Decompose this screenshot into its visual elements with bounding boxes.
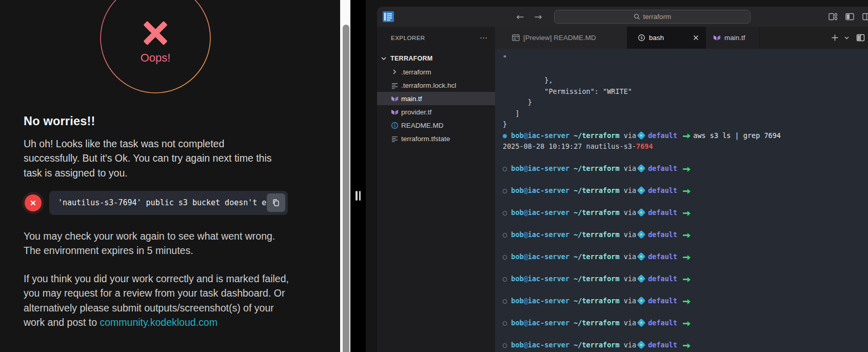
terminal-dropdown-chevron-icon[interactable] <box>844 35 850 41</box>
toggle-sidebar-icon[interactable] <box>845 12 854 21</box>
terminal-line: ○ bob@iac-server ~/terraform viadefault <box>503 273 868 285</box>
forward-button[interactable]: → <box>531 10 545 23</box>
note-line: you may request for a review from your t… <box>24 286 289 300</box>
prompt-arrow-icon <box>683 323 688 324</box>
terraform-workspace-icon <box>637 131 646 140</box>
terminal-line: ○ bob@iac-server ~/terraform viadefault <box>503 185 868 197</box>
scrollbar-thumb[interactable] <box>343 25 349 352</box>
file-row-readme-md[interactable]: README.MD <box>377 119 495 132</box>
explorer-title: EXPLORER <box>391 35 425 41</box>
error-row: ✕ 'nautilus-s3-7694' public s3 bucket do… <box>0 191 340 215</box>
terminal-line: ● bob@iac-server ~/terraform viadefault … <box>503 130 868 142</box>
file-row-terraform-tfstate[interactable]: terraform.tfstate <box>377 132 495 145</box>
prompt-status-icon: ○ <box>503 319 511 327</box>
customize-layout-icon[interactable] <box>828 12 837 21</box>
folder-row-terraform[interactable]: TERRAFORM <box>377 52 495 65</box>
community-link[interactable]: community.kodekloud.com <box>100 317 218 328</box>
terminal-line <box>503 307 868 318</box>
terraform-workspace-icon <box>637 341 646 349</box>
left-scrollbar-track[interactable] <box>340 0 350 352</box>
grep-match: 7694 <box>636 142 653 150</box>
terminal-line: 2025-08-28 10:19:27 nautilus-s3-7694 <box>503 141 868 152</box>
bash-icon: $ <box>638 34 645 42</box>
tab-bash[interactable]: $ bash <box>627 27 706 49</box>
note-line: The environment expires in 5 minutes. <box>24 243 275 258</box>
explorer-sidebar: EXPLORER ⋯ TERRAFORM.terraform.terraform… <box>377 27 495 352</box>
terminal-line <box>503 219 868 230</box>
terraform-workspace-icon <box>637 275 646 283</box>
note-line: alternatively please submit outputs/scre… <box>24 301 289 315</box>
tab-bar: [Preview] README.MD $ bash <box>495 27 868 49</box>
close-tab-icon[interactable] <box>693 34 699 41</box>
terminal-line: ○ bob@iac-server ~/terraform viadefault <box>503 229 868 241</box>
new-terminal-icon[interactable] <box>831 33 839 42</box>
info-icon <box>390 121 399 129</box>
note-line: You may check your work again to see wha… <box>24 229 275 243</box>
search-label: terraform <box>643 13 672 21</box>
chevron-down-icon <box>380 54 388 63</box>
note-review: If you think you did your work correctly… <box>24 271 289 329</box>
terraform-icon <box>713 34 721 42</box>
file-label: terraform.tfstate <box>401 135 450 143</box>
terraform-workspace-icon <box>637 208 646 217</box>
file-label: provider.tf <box>401 108 431 116</box>
tab-actions <box>831 27 865 49</box>
vscode-window: ← → terraform EXPLORER ⋯ TERRAFORM.terra… <box>377 7 868 352</box>
back-button[interactable]: ← <box>514 10 527 23</box>
prompt-status-icon: ○ <box>503 297 511 305</box>
terminal-pane[interactable]: " }, "Permission": "WRITE" } ]}● bob@iac… <box>495 49 868 352</box>
tab-preview-readme[interactable]: [Preview] README.MD <box>495 27 627 49</box>
note-line: If you think you did your work correctly… <box>24 271 289 286</box>
tab-maintf[interactable]: main.tf <box>706 27 760 49</box>
toggle-panel-icon[interactable] <box>862 12 868 21</box>
file-row--terraform[interactable]: .terraform <box>377 65 495 79</box>
copy-button[interactable] <box>267 193 285 212</box>
prompt-status-icon: ○ <box>503 230 511 239</box>
lines-icon <box>390 81 399 89</box>
prompt-status-icon: ○ <box>503 164 511 172</box>
split-editor-icon[interactable] <box>856 33 865 42</box>
terminal-line: }, <box>503 75 868 86</box>
prompt-status-icon: ○ <box>503 275 511 283</box>
file-label: main.tf <box>401 95 422 103</box>
error-message-box: 'nautilus-s3-7694' public s3 bucket does… <box>49 191 288 215</box>
terminal-line: ○ bob@iac-server ~/terraform viadefault <box>503 340 868 351</box>
failure-message-line: task is assigned to you. <box>24 166 272 180</box>
prompt-arrow-icon <box>683 212 688 214</box>
prompt-arrow-icon <box>683 234 688 236</box>
app-menu-icon[interactable] <box>383 11 394 22</box>
terminal-line <box>503 285 868 296</box>
lines-icon <box>390 134 399 143</box>
terminal-line: ○ bob@iac-server ~/terraform viadefault <box>503 296 868 307</box>
terminal-line <box>503 174 868 186</box>
terraform-icon <box>390 108 399 116</box>
titlebar: ← → terraform <box>377 7 868 27</box>
search-icon <box>634 13 640 20</box>
failure-message: Uh oh! Looks like the task was not compl… <box>24 136 272 180</box>
terminal-line: ○ bob@iac-server ~/terraform viadefault <box>503 318 868 329</box>
panel-resize-handle[interactable] <box>355 191 362 201</box>
file-label: .terraform.lock.hcl <box>401 82 456 89</box>
more-actions-icon[interactable]: ⋯ <box>480 33 488 43</box>
vscode-area: ← → terraform EXPLORER ⋯ TERRAFORM.terra… <box>366 0 868 352</box>
task-result-panel: Oops! No worries!! Uh oh! Looks like the… <box>0 0 340 352</box>
explorer-header: EXPLORER ⋯ <box>377 27 495 49</box>
prompt-status-icon: ● <box>503 131 511 140</box>
prompt-arrow-icon <box>683 257 688 258</box>
file-row-provider-tf[interactable]: provider.tf <box>377 105 495 119</box>
note-line: work and post to community.kodekloud.com <box>24 315 289 329</box>
terminal-line <box>503 64 868 75</box>
terminal-line: } <box>503 97 868 108</box>
terminal-line: "Permission": "WRITE" <box>503 86 868 97</box>
svg-text:$: $ <box>640 35 643 40</box>
file-row--terraform-lock-hcl[interactable]: .terraform.lock.hcl <box>377 79 495 92</box>
command-center-search[interactable]: terraform <box>554 10 751 24</box>
error-badge-icon: ✕ <box>25 194 42 211</box>
prompt-arrow-icon <box>683 301 688 302</box>
terminal-line <box>503 241 868 252</box>
markdown-preview-icon <box>512 34 520 42</box>
terminal-line: ○ bob@iac-server ~/terraform viadefault <box>503 251 868 263</box>
file-row-main-tf[interactable]: main.tf <box>377 92 495 105</box>
file-label: .terraform <box>401 68 431 76</box>
terminal-line <box>503 197 868 208</box>
